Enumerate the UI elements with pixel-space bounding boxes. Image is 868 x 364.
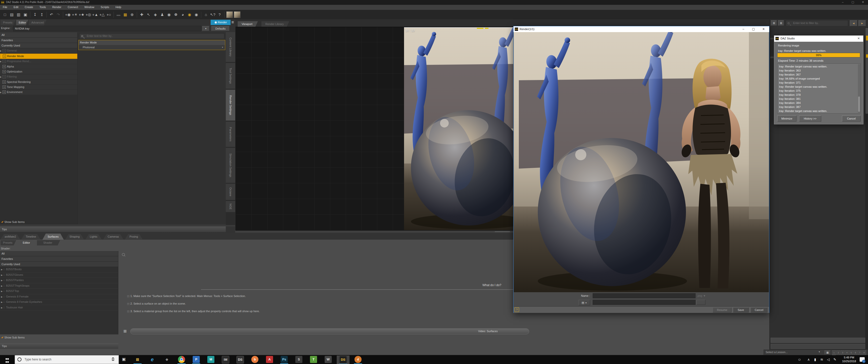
surface-item[interactable]: ▶∴Toulouse Hair [0, 305, 118, 311]
close-icon[interactable]: ✕ [855, 37, 862, 40]
expand-arrow-icon[interactable]: ▶ [0, 59, 2, 64]
side-tab-parameters[interactable]: Parameters [226, 122, 235, 147]
lesson-5-button[interactable]: 5 [849, 350, 853, 355]
defaults-button[interactable]: Defaults [211, 26, 229, 31]
resume-button[interactable]: Resume [713, 307, 732, 312]
lesson-2-button[interactable]: 2 [836, 350, 840, 355]
side-tab-nge[interactable]: NGE [226, 201, 235, 212]
app-icon-photoshop[interactable]: Ps [278, 356, 290, 363]
menu-connect[interactable]: Connect [65, 5, 81, 9]
surface-item[interactable]: ▶∴B25STGloves [0, 272, 118, 278]
lesson-7-button[interactable]: 7 [858, 350, 862, 355]
content-filter-input[interactable]: Enter text to filter by.. [786, 20, 848, 26]
new-point-light-icon[interactable]: +★ [79, 11, 85, 18]
expand-arrow-icon[interactable]: ▶ [1, 300, 3, 305]
list-item-favorites[interactable]: Favorites [0, 256, 118, 262]
expand-arrow-icon[interactable]: ▶ [1, 295, 3, 300]
undo-icon[interactable]: ↶ [48, 11, 55, 18]
camera-selection-tool-icon[interactable]: ◉ [166, 11, 172, 18]
render-button[interactable]: ◉ Render [211, 20, 230, 25]
progress-dialog-titlebar[interactable]: DS DAZ Studio ✕ [774, 36, 863, 42]
tree-view-icon[interactable]: ≣ [778, 20, 784, 26]
menu-edit[interactable]: Edit [11, 5, 21, 9]
list-item-currently-used[interactable]: Currently Used [0, 262, 118, 267]
app-icon-m-app[interactable]: M [205, 356, 217, 363]
app-icon-file-explorer[interactable]: ▤ [131, 356, 144, 363]
microphone-icon[interactable] [112, 357, 114, 361]
node-selection-tool-icon[interactable]: ↖ [145, 11, 152, 18]
engine-dropdown-icon[interactable]: ▼ [202, 26, 209, 31]
back-icon[interactable]: ◄ [850, 20, 857, 26]
wifi-icon[interactable]: ≋ [819, 357, 825, 361]
lesson-video-icon[interactable]: ▦ [825, 350, 831, 355]
app-icon-install-manager[interactable]: d [352, 356, 364, 363]
tab-surf-editor[interactable]: Editor [20, 240, 33, 245]
list-item-favorites[interactable]: Favorites [0, 38, 78, 43]
help-icon[interactable]: ? [216, 11, 223, 18]
maximize-window-icon[interactable]: ▢ [749, 27, 758, 31]
surface-item[interactable]: ▶∴B25STPanties [0, 278, 118, 284]
task-view-icon[interactable]: ▣ [121, 357, 127, 363]
dropdown-arrow-icon[interactable]: ▼ [221, 45, 223, 50]
group-render-mode[interactable]: GRender Mode [0, 54, 78, 59]
search-icon[interactable] [122, 253, 125, 257]
menu-file[interactable]: File [0, 5, 10, 9]
side-tab-tool-settings[interactable]: Tool Settings [226, 63, 235, 89]
lesson-3-button[interactable]: 3 [841, 350, 844, 355]
menu-scripts[interactable]: Scripts [98, 5, 112, 9]
tab-surfaces[interactable]: Surfaces [42, 234, 64, 240]
video-progress-bar[interactable]: Video: Surfaces [130, 328, 529, 334]
lesson-8-button[interactable]: 8 [862, 350, 866, 355]
lesson-6-button[interactable]: 6 [854, 350, 857, 355]
import-icon[interactable]: ↧ [32, 11, 38, 18]
group-environment[interactable]: ▶GEnvironment [0, 90, 78, 95]
history-button[interactable]: History >> [799, 115, 821, 122]
new-distant-light-icon[interactable]: +☀ [71, 11, 78, 18]
what-is-this-icon[interactable]: ↖? [210, 11, 216, 18]
surface-item[interactable]: ▶∴Genesis 8 Female Eyelashes [0, 300, 118, 305]
app-icon-edge[interactable]: e [146, 356, 158, 363]
volume-icon[interactable]: ◁ [825, 357, 831, 361]
tab-cameras[interactable]: Cameras [103, 234, 123, 239]
side-tab-simulation-settings[interactable]: Simulation Settings [226, 148, 235, 183]
maximize-window-icon[interactable]: ▢ [848, 0, 858, 5]
open-file-icon[interactable]: ▤ [9, 11, 15, 18]
app-icon-t-app[interactable]: T [307, 356, 319, 363]
group-spectral-rendering[interactable]: GSpectral Rendering [0, 79, 78, 85]
app-icon-blender[interactable]: b [249, 356, 261, 363]
forward-icon[interactable]: ► [858, 20, 866, 26]
clock[interactable]: 5:49 PM 10/25/2018 [840, 356, 858, 363]
tab-render-library[interactable]: Render Library [261, 21, 289, 27]
smart-content-icon[interactable]: ▦ [122, 11, 128, 18]
menu-window[interactable]: Window [82, 5, 97, 9]
close-window-icon[interactable]: ✕ [858, 0, 868, 5]
list-item-currently-used[interactable]: Currently Used [0, 43, 78, 48]
app-icon-s-app[interactable]: S [293, 356, 305, 363]
app-icon-im-app[interactable]: IM [219, 356, 231, 363]
folder-browse-button[interactable]: ▤ ▼ [579, 300, 590, 305]
figure-selection-tool-icon[interactable]: ♟ [159, 11, 165, 18]
figure-thumbnail[interactable] [226, 11, 233, 18]
new-file-icon[interactable]: □ [2, 11, 8, 18]
tab-posing[interactable]: Posing [125, 234, 143, 239]
tab-presets[interactable]: Presets [1, 20, 16, 25]
render-settings-icon[interactable]: ◉ [186, 11, 193, 18]
taskbar-search[interactable]: Type here to search [15, 355, 119, 364]
cancel-button[interactable]: Cancel [751, 307, 767, 312]
tab-shader-baker[interactable]: Shader Baker [37, 240, 60, 245]
path-extra-button[interactable] [696, 300, 706, 305]
minimize-button[interactable]: Minimize [777, 115, 797, 122]
render-log[interactable]: Iray :Render target canvas was written. … [777, 63, 861, 113]
tab-timeline[interactable]: Timeline [21, 234, 40, 239]
expand-arrow-icon[interactable]: ▶ [0, 90, 2, 95]
cortana-icon[interactable] [18, 357, 22, 361]
engine-select[interactable]: NVIDIA Iray [13, 26, 201, 31]
render-name-input[interactable] [593, 293, 695, 298]
geometry-editor-tool-icon[interactable]: ◈ [152, 11, 158, 18]
lesson-4-button[interactable]: 4 [845, 350, 849, 355]
app-icon-daz-studio-active[interactable]: DS [337, 356, 349, 364]
expand-arrow-icon[interactable]: ▶ [1, 273, 3, 278]
render-mode-value[interactable]: Photoreal ▼ [79, 45, 225, 50]
export-icon[interactable]: ↥ [39, 11, 45, 18]
render-icon[interactable]: ◉ [193, 11, 199, 18]
